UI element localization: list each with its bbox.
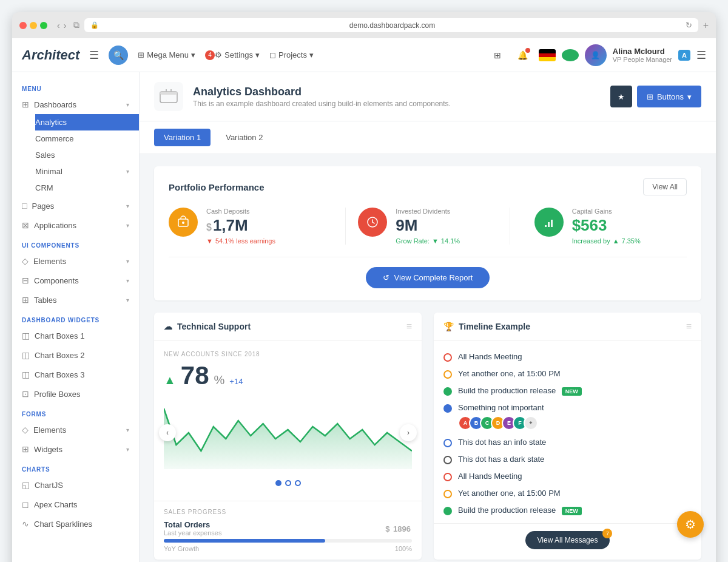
sidebar-item-chart-sparklines[interactable]: ∿ Chart Sparklines [12, 514, 139, 533]
tl-dot-blue [443, 404, 452, 413]
user-badge[interactable]: A [678, 50, 690, 61]
sidebar-item-chart-boxes-3[interactable]: ◫ Chart Boxes 3 [12, 365, 139, 384]
close-dot[interactable] [19, 22, 27, 29]
projects-nav[interactable]: ◻ Projects ▾ [269, 50, 314, 59]
forward-icon[interactable]: › [64, 21, 67, 30]
ts-percent: % [214, 373, 225, 387]
star-button[interactable]: ★ [610, 86, 632, 107]
svg-point-5 [182, 222, 184, 224]
ts-label: NEW ACCOUNTS SINCE 2018 [164, 351, 412, 357]
sidebar-item-elements[interactable]: ◇ Elements ▾ [12, 251, 139, 271]
sidebar-item-form-widgets[interactable]: ⊞ Widgets ▾ [12, 439, 139, 459]
form-elements-icon: ◇ [22, 425, 29, 435]
sidebar-item-analytics[interactable]: Analytics [35, 114, 139, 130]
tab-variation-2[interactable]: Variation 2 [215, 129, 273, 146]
user-avatar[interactable]: 👤 [585, 44, 607, 66]
tl-title-1: All Hands Meeting [458, 352, 692, 361]
yoy-pct: 100% [395, 545, 412, 552]
tables-chevron: ▾ [126, 297, 129, 303]
sp-label: SALES PROGRESS [164, 509, 412, 515]
capital-icon [534, 208, 564, 237]
menu-section-title: MENU [12, 78, 139, 95]
cash-deposits-label: Cash Deposits [206, 208, 275, 215]
pages-icon: □ [22, 201, 27, 211]
view-all-button[interactable]: View All [643, 178, 687, 195]
refresh-icon[interactable]: ↻ [686, 21, 692, 30]
buttons-label: Buttons [657, 92, 684, 101]
flag-other[interactable] [562, 49, 579, 61]
widget-menu-icon[interactable]: ≡ [406, 321, 412, 332]
sidebar-item-dashboards[interactable]: ⊞ Dashboards ▾ [12, 95, 139, 114]
sidebar-item-commerce[interactable]: Commerce [35, 130, 139, 147]
orders-sub: Last year expenses [164, 529, 221, 537]
view-report-button[interactable]: ↺ View Complete Report [366, 267, 490, 288]
components-label: Components [34, 276, 79, 285]
widgets-row: ☁ Technical Support ≡ NEW ACCOUNTS SINCE… [154, 313, 701, 560]
tab-variation-1[interactable]: Variation 1 [154, 129, 211, 146]
pages-label: Pages [32, 201, 54, 211]
hamburger-icon[interactable]: ☰ [89, 49, 99, 62]
search-button[interactable]: 🔍 [109, 46, 128, 65]
sidebar-item-apex-charts[interactable]: ◻ Apex Charts [12, 495, 139, 514]
mega-menu-nav[interactable]: ⊞ Mega Menu ▾ [138, 50, 195, 59]
chart-dot-1[interactable] [275, 480, 281, 486]
minimize-dot[interactable] [30, 22, 37, 29]
tl-title-4: Something not important [458, 403, 692, 412]
tl-dot-yellow [443, 370, 452, 379]
sidebar-item-applications[interactable]: ⊠ Applications ▾ [12, 215, 139, 235]
sidebar-item-crm[interactable]: CRM [35, 180, 139, 196]
tables-icon: ⊞ [22, 295, 29, 305]
settings-nav[interactable]: 4 ⚙ Settings ▾ [205, 50, 260, 60]
timeline-icon: 🏆 [443, 322, 454, 331]
tl-dot-red [443, 353, 452, 362]
ts-change: +14 [229, 377, 243, 386]
new-tab-icon[interactable]: + [703, 20, 709, 31]
chart-next-button[interactable]: › [400, 424, 417, 441]
chart-prev-button[interactable]: ‹ [159, 424, 176, 441]
back-icon[interactable]: ‹ [57, 21, 60, 30]
chart-dot-3[interactable] [295, 480, 301, 486]
sidebar-item-sales[interactable]: Sales [35, 147, 139, 163]
header-menu-icon[interactable]: ☰ [696, 49, 706, 62]
tech-support-widget: ☁ Technical Support ≡ NEW ACCOUNTS SINCE… [154, 313, 422, 560]
buttons-chevron: ▾ [687, 92, 692, 101]
settings-badge: 4 [205, 50, 215, 60]
sidebar-item-minimal[interactable]: Minimal ▾ [35, 163, 139, 180]
grid-icon-button[interactable]: ⊞ [488, 46, 507, 65]
view-all-messages-button[interactable]: View All Messages 7 [525, 531, 610, 549]
sidebar-item-chart-boxes-1[interactable]: ◫ Chart Boxes 1 [12, 326, 139, 345]
sidebar-item-tables[interactable]: ⊞ Tables ▾ [12, 290, 139, 310]
fab-gear-button[interactable]: ⚙ [677, 511, 704, 538]
tl-title-2: Yet another one, at 15:00 PM [458, 369, 692, 378]
sidebar-item-chart-boxes-2[interactable]: ◫ Chart Boxes 2 [12, 345, 139, 365]
tl-title-5: This dot has an info state [458, 438, 692, 447]
widget-header-timeline: 🏆 Timeline Example ≡ [434, 313, 701, 341]
minimal-label: Minimal [35, 167, 62, 176]
page-subtitle: This is an example dashboard created usi… [193, 100, 451, 108]
sidebar-item-chartjs[interactable]: ◱ ChartJS [12, 475, 139, 495]
buttons-button[interactable]: ⊞ Buttons ▾ [637, 86, 701, 107]
timeline-menu-icon[interactable]: ≡ [686, 321, 692, 332]
tl-dot-green [443, 387, 452, 396]
mega-menu-chevron: ▾ [191, 50, 195, 59]
flag-german[interactable] [539, 49, 556, 61]
chart-dot-2[interactable] [285, 480, 291, 486]
chart-pagination [164, 475, 412, 491]
sidebar-item-form-elements[interactable]: ◇ Elements ▾ [12, 420, 139, 439]
page-tabs: Variation 1 Variation 2 [140, 121, 716, 154]
notification-button[interactable]: 🔔 [513, 46, 533, 65]
form-widgets-chevron: ▾ [126, 446, 129, 453]
apex-charts-icon: ◻ [22, 499, 29, 509]
sales-progress: SALES PROGRESS Total Orders Last year ex… [154, 501, 422, 560]
sidebar-item-components[interactable]: ⊟ Components ▾ [12, 271, 139, 290]
sidebar-item-profile-boxes[interactable]: ⊡ Profile Boxes [12, 384, 139, 404]
tl-avatars: A B C D E F + [458, 416, 692, 430]
notification-dot [525, 48, 530, 53]
dashboards-icon: ⊞ [22, 100, 29, 109]
projects-label: Projects [278, 50, 307, 59]
ts-arrow-icon: ▲ [164, 373, 176, 387]
capital-value: $563 [572, 216, 641, 235]
tl-title-3: Build the production release NEW [458, 386, 692, 396]
maximize-dot[interactable] [40, 22, 47, 29]
sidebar-item-pages[interactable]: □ Pages ▾ [12, 196, 139, 215]
